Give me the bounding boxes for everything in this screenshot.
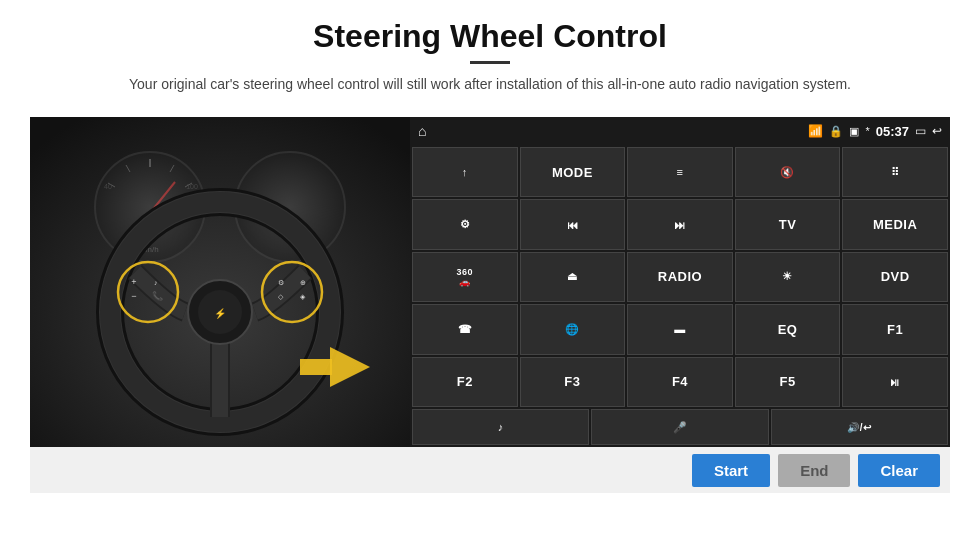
radio-btn[interactable]: RADIO: [627, 252, 733, 302]
button-grid: ↑ MODE ≡ 🔇 ⠿ ⚙ ⏮ ⏭ TV MEDIA 360🚗 ⏏ RADIO…: [410, 145, 950, 409]
dvd-btn[interactable]: DVD: [842, 252, 948, 302]
mode-btn[interactable]: MODE: [520, 147, 626, 197]
screen-icon: ▭: [915, 124, 926, 138]
f4-btn[interactable]: F4: [627, 357, 733, 407]
radio-panel: ⌂ 📶 🔒 ▣ * 05:37 ▭ ↩ ↑ MODE ≡ 🔇 ⠿: [410, 117, 950, 447]
next-btn[interactable]: ⏭: [627, 199, 733, 249]
phone-btn[interactable]: ☎: [412, 304, 518, 354]
home-icon[interactable]: ⌂: [418, 123, 426, 139]
svg-text:⚙: ⚙: [278, 279, 284, 286]
volume-answer-btn[interactable]: 🔊/↩: [771, 409, 948, 445]
prev-btn[interactable]: ⏮: [520, 199, 626, 249]
last-row: ♪ 🎤 🔊/↩: [410, 409, 950, 447]
title-divider: [470, 61, 510, 64]
f3-btn[interactable]: F3: [520, 357, 626, 407]
music-btn[interactable]: ♪: [412, 409, 589, 445]
page-title: Steering Wheel Control: [129, 18, 851, 55]
svg-rect-31: [300, 359, 332, 375]
eq-btn[interactable]: EQ: [735, 304, 841, 354]
status-bar: ⌂ 📶 🔒 ▣ * 05:37 ▭ ↩: [410, 117, 950, 145]
settings-btn[interactable]: ⚙: [412, 199, 518, 249]
360-btn[interactable]: 360🚗: [412, 252, 518, 302]
f2-btn[interactable]: F2: [412, 357, 518, 407]
bluetooth-icon: *: [865, 125, 869, 137]
navigate-btn[interactable]: ↑: [412, 147, 518, 197]
f1-btn[interactable]: F1: [842, 304, 948, 354]
end-button[interactable]: End: [778, 454, 850, 487]
start-button[interactable]: Start: [692, 454, 770, 487]
dash-btn[interactable]: ▬: [627, 304, 733, 354]
mic-btn[interactable]: 🎤: [591, 409, 768, 445]
bottom-bar: Start End Clear: [30, 447, 950, 493]
svg-text:40: 40: [104, 183, 112, 190]
svg-text:♪: ♪: [154, 279, 158, 286]
apps-btn[interactable]: ⠿: [842, 147, 948, 197]
brightness-btn[interactable]: ☀: [735, 252, 841, 302]
sd-icon: ▣: [849, 125, 859, 138]
media-btn[interactable]: MEDIA: [842, 199, 948, 249]
f5-btn[interactable]: F5: [735, 357, 841, 407]
browser-btn[interactable]: 🌐: [520, 304, 626, 354]
svg-text:100: 100: [186, 183, 198, 190]
wifi-icon: 📶: [808, 124, 823, 138]
mute-btn[interactable]: 🔇: [735, 147, 841, 197]
svg-text:⊕: ⊕: [300, 279, 306, 286]
tv-btn[interactable]: TV: [735, 199, 841, 249]
lock-icon: 🔒: [829, 125, 843, 138]
svg-text:+: +: [131, 277, 136, 287]
eject-btn[interactable]: ⏏: [520, 252, 626, 302]
svg-text:⚡: ⚡: [214, 307, 227, 320]
wheel-svg: 0 40 100 km/h: [30, 117, 410, 447]
svg-text:−: −: [131, 291, 136, 301]
back-icon[interactable]: ↩: [932, 124, 942, 138]
status-time: 05:37: [876, 124, 909, 139]
clear-button[interactable]: Clear: [858, 454, 940, 487]
page-subtitle: Your original car's steering wheel contr…: [129, 74, 851, 95]
playpause-btn[interactable]: ⏯: [842, 357, 948, 407]
svg-text:📞: 📞: [152, 290, 164, 302]
steering-wheel-image: 0 40 100 km/h: [30, 117, 410, 447]
menu-btn[interactable]: ≡: [627, 147, 733, 197]
